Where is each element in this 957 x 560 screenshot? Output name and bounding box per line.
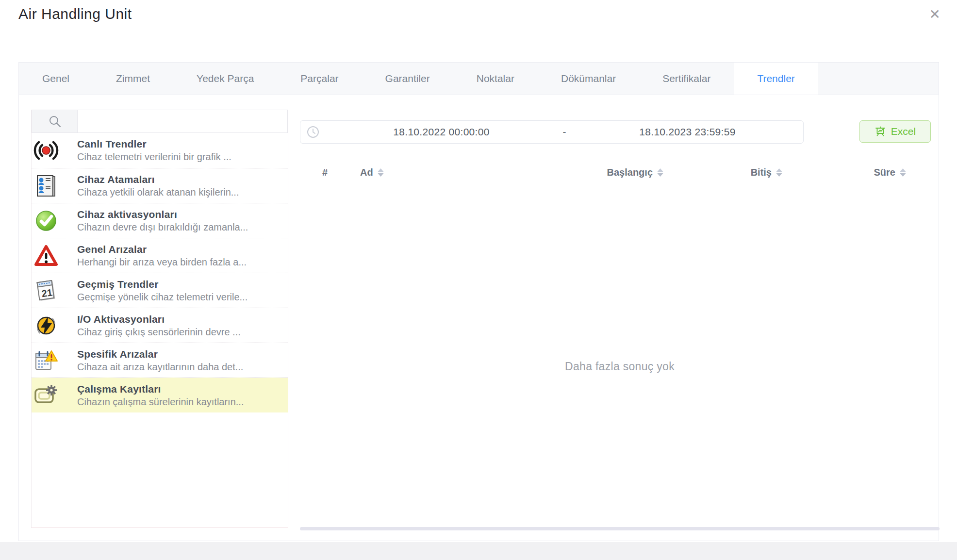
list-item-io-aktivasyonlari[interactable]: I/O Aktivasyonları Cihaz giriş çıkış sen… [32, 308, 288, 343]
list-item-title: Canlı Trendler [77, 138, 284, 150]
list-item-cihaz-atamalari[interactable]: Cihaz Atamaları Cihaza yetkili olarak at… [32, 168, 288, 203]
date-range-end[interactable]: 18.10.2023 23:59:59 [572, 126, 803, 138]
date-range-separator: - [557, 126, 572, 138]
list-item-genel-arizalar[interactable]: Genel Arızalar Herhangi bir arıza veya b… [32, 238, 288, 273]
tab-noktalar[interactable]: Noktalar [453, 63, 538, 95]
past-trends-icon: 21 [32, 278, 77, 303]
list-item-title: Çalışma Kayıtları [77, 383, 284, 395]
sort-icon[interactable] [377, 168, 384, 177]
live-trends-icon [32, 138, 77, 163]
column-header-baslangic[interactable]: Başlangıç [543, 167, 664, 178]
horizontal-scrollbar[interactable] [300, 527, 940, 530]
list-item-gecmis-trendler[interactable]: 21 Geçmiş Trendler Geçmişe yönelik cihaz… [32, 273, 288, 308]
sort-icon[interactable] [776, 168, 783, 177]
list-item-desc: Cihaza ait arıza kayıtlarının daha det..… [77, 362, 284, 373]
sidebar-search-row [32, 110, 288, 133]
search-icon [32, 110, 78, 132]
column-header-bitis[interactable]: Bitiş [664, 167, 783, 178]
list-item-title: Cihaz aktivasyonları [77, 209, 284, 220]
svg-text:21: 21 [41, 287, 53, 299]
device-activations-icon [32, 208, 77, 233]
column-header-index[interactable]: # [300, 167, 360, 178]
trend-type-sidebar: Canlı Trendler Cihaz telemetri verilerin… [31, 110, 288, 528]
list-item-calisma-kayitlari[interactable]: Çalışma Kayıtları Cihazın çalışma sürele… [32, 378, 288, 412]
tab-yedek-parca[interactable]: Yedek Parça [173, 63, 277, 95]
io-activations-icon [32, 313, 77, 338]
list-item-canli-trendler[interactable]: Canlı Trendler Cihaz telemetri verilerin… [32, 133, 288, 168]
clock-icon [300, 125, 326, 139]
search-input[interactable] [78, 110, 287, 132]
date-range-start[interactable]: 18.10.2022 00:00:00 [326, 126, 557, 138]
date-range-picker[interactable]: 18.10.2022 00:00:00 - 18.10.2023 23:59:5… [300, 120, 804, 144]
list-item-cihaz-aktivasyonlari[interactable]: Cihaz aktivasyonları Cihazın devre dışı … [32, 203, 288, 238]
device-assignments-icon [32, 173, 77, 198]
work-records-icon [32, 383, 77, 408]
list-item-desc: Cihaza yetkili olarak atanan kişilerin..… [77, 187, 284, 198]
tab-trendler[interactable]: Trendler [734, 63, 818, 95]
tab-zimmet[interactable]: Zimmet [93, 63, 173, 95]
empty-results-message: Daha fazla sonuç yok [300, 360, 940, 373]
list-item-title: Genel Arızalar [77, 244, 284, 255]
list-item-title: Geçmiş Trendler [77, 279, 284, 290]
list-item-desc: Cihazın devre dışı bırakıldığı zamanla..… [77, 222, 284, 233]
list-item-title: I/O Aktivasyonları [77, 313, 284, 325]
list-item-desc: Cihazın çalışma sürelerinin kayıtların..… [77, 396, 284, 408]
tab-dokumanlar[interactable]: Dökümanlar [538, 63, 639, 95]
page-title: Air Handling Unit [18, 6, 132, 22]
general-faults-icon [32, 243, 77, 268]
column-header-sure[interactable]: Süre [783, 167, 907, 178]
list-item-desc: Geçmişe yönelik cihaz telemetri verile..… [77, 292, 284, 303]
sort-icon[interactable] [899, 168, 907, 177]
specific-faults-icon [32, 348, 77, 373]
column-header-ad[interactable]: Ad [360, 167, 457, 178]
air-handling-unit-dialog: Air Handling Unit ✕ Genel Zimmet Yedek P… [0, 0, 957, 542]
tab-garantiler[interactable]: Garantiler [362, 63, 453, 95]
sort-icon[interactable] [657, 168, 664, 177]
list-item-spesifik-arizalar[interactable]: Spesifik Arızalar Cihaza ait arıza kayıt… [32, 343, 288, 378]
list-item-desc: Cihaz giriş çıkış sensörlerinin devre ..… [77, 327, 284, 338]
dialog-content: Genel Zimmet Yedek Parça Parçalar Garant… [18, 62, 939, 541]
list-item-title: Cihaz Atamaları [77, 174, 284, 185]
excel-chart-icon [874, 126, 886, 137]
list-item-title: Spesifik Arızalar [77, 348, 284, 360]
tab-sertifikalar[interactable]: Sertifikalar [639, 63, 734, 95]
table-header-row: # Ad Başlangıç [300, 156, 940, 189]
tab-parcalar[interactable]: Parçalar [277, 63, 362, 95]
close-icon[interactable]: ✕ [929, 8, 940, 21]
tab-bar: Genel Zimmet Yedek Parça Parçalar Garant… [19, 63, 939, 95]
list-item-desc: Cihaz telemetri verilerini bir grafik ..… [77, 151, 284, 163]
excel-button-label: Excel [891, 126, 916, 137]
tab-genel[interactable]: Genel [19, 63, 93, 95]
excel-export-button[interactable]: Excel [859, 120, 931, 143]
page-background-strip [0, 542, 957, 560]
list-item-desc: Herhangi bir arıza veya birden fazla a..… [77, 257, 284, 268]
